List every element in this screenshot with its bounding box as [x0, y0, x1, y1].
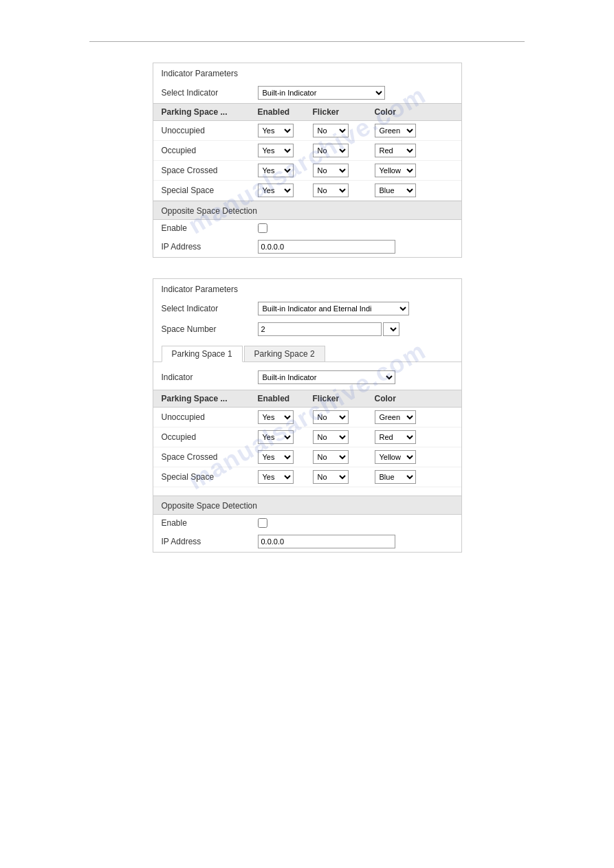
panel2-space-crossed-flicker-select[interactable]: NoYes — [313, 450, 349, 464]
panel2-row-special-space-flicker: NoYes — [313, 470, 375, 484]
panel2-enable-row: Enable — [153, 515, 461, 531]
panel1-row-unoccupied-enabled: YesNo — [258, 124, 313, 137]
panel2-occupied-color-select[interactable]: GreenRedYellowBlue — [375, 430, 416, 444]
panel2-select-indicator-row: Select Indicator Built-in Indicator Buil… — [153, 298, 461, 319]
panel2-ip-input[interactable] — [258, 535, 395, 548]
panel2-space-number-input[interactable] — [258, 322, 382, 336]
panel2-table-header: Parking Space ... Enabled Flicker Color — [153, 390, 461, 408]
panel2-unoccupied-flicker-select[interactable]: NoYes — [313, 410, 349, 424]
panel2-row-occupied-flicker: NoYes — [313, 430, 375, 444]
panel2-indicator-row: Indicator Built-in Indicator Built-in In… — [162, 368, 453, 387]
panel1-row-occupied-flicker: NoYes — [313, 144, 375, 157]
panel2-header-enabled: Enabled — [258, 394, 313, 403]
panel1-occupied-color-select[interactable]: GreenRedYellowBlue — [375, 144, 416, 157]
panel1-occupied-enabled-select[interactable]: YesNo — [258, 144, 294, 157]
panel2-row-space-crossed-color: GreenRedYellowBlue — [375, 450, 416, 464]
panel2-space-number-field — [258, 322, 453, 336]
panel1-row-occupied-color: GreenRedYellowBlue — [375, 144, 416, 157]
panel1-unoccupied-flicker-select[interactable]: NoYes — [313, 124, 349, 137]
panel1-title: Indicator Parameters — [153, 63, 461, 82]
panel1-ip-field — [258, 240, 453, 254]
panel2-row-unoccupied: Unoccupied YesNo NoYes GreenRedYellowBlu… — [153, 408, 461, 427]
panel1-row-special-space-flicker: NoYes — [313, 183, 375, 197]
panel1-special-space-enabled-select[interactable]: YesNo — [258, 183, 294, 197]
panel2-row-space-crossed-name: Space Crossed — [162, 452, 258, 462]
panel1-ip-row: IP Address — [153, 236, 461, 257]
panel2-indicator-label: Indicator — [162, 372, 258, 382]
panel2-row-unoccupied-name: Unoccupied — [162, 412, 258, 422]
page-container: manualsarchive.com Indicator Parameters … — [0, 41, 614, 868]
panel2-ip-label: IP Address — [162, 537, 258, 546]
panel2-special-space-color-select[interactable]: GreenRedYellowBlue — [375, 470, 416, 484]
panel2-row-occupied: Occupied YesNo NoYes GreenRedYellowBlue — [153, 427, 461, 447]
panel2-enable-checkbox[interactable] — [258, 518, 267, 528]
panel1-enable-field — [258, 223, 453, 233]
panel1-row-special-space-enabled: YesNo — [258, 183, 313, 197]
panel1-space-crossed-flicker-select[interactable]: NoYes — [313, 164, 349, 177]
panels-wrapper: manualsarchive.com Indicator Parameters … — [0, 42, 614, 573]
panel2-unoccupied-enabled-select[interactable]: YesNo — [258, 410, 294, 424]
panel1-row-unoccupied-name: Unoccupied — [162, 126, 258, 135]
panel1-space-crossed-enabled-select[interactable]: YesNo — [258, 164, 294, 177]
panel1-space-crossed-color-select[interactable]: GreenRedYellowBlue — [375, 164, 416, 177]
panel2-space-crossed-color-select[interactable]: GreenRedYellowBlue — [375, 450, 416, 464]
panel1-row-space-crossed-color: GreenRedYellowBlue — [375, 164, 416, 177]
panel2-select-indicator-select[interactable]: Built-in Indicator Built-in Indicator an… — [258, 302, 409, 315]
panel2-indicator-field: Built-in Indicator Built-in Indicator an… — [258, 370, 453, 384]
panel1-select-indicator-label: Select Indicator — [162, 88, 258, 98]
panel2-header-name: Parking Space ... — [162, 394, 258, 403]
panel1-row-space-crossed-flicker: NoYes — [313, 164, 375, 177]
panel2-space-number-row: Space Number — [153, 319, 461, 340]
panel2-occupied-enabled-select[interactable]: YesNo — [258, 430, 294, 444]
panel2-row-special-space-name: Special Space — [162, 472, 258, 482]
panel2-header-flicker: Flicker — [313, 394, 375, 403]
panel1-header-name: Parking Space ... — [162, 107, 258, 117]
panel1-enable-row: Enable — [153, 220, 461, 236]
panel1-row-occupied: Occupied YesNo NoYes GreenRedYellowBlue — [153, 141, 461, 161]
panel2-indicator-select[interactable]: Built-in Indicator Built-in Indicator an… — [258, 370, 395, 384]
panel1-enable-checkbox[interactable] — [258, 223, 267, 233]
panel1-unoccupied-color-select[interactable]: GreenRedYellowBlue — [375, 124, 416, 137]
panel2-row-occupied-color: GreenRedYellowBlue — [375, 430, 416, 444]
panel1-select-indicator-row: Select Indicator Built-in Indicator Buil… — [153, 82, 461, 103]
panel1-select-indicator-select[interactable]: Built-in Indicator Built-in Indicator an… — [258, 86, 385, 100]
panel2-row-space-crossed-flicker: NoYes — [313, 450, 375, 464]
panel2-tab-parking-space-2[interactable]: Parking Space 2 — [244, 346, 325, 361]
panel-2: manualsarchive.com Indicator Parameters … — [153, 278, 462, 553]
panel1-opposite-title: Opposite Space Detection — [153, 201, 461, 220]
panel1-unoccupied-enabled-select[interactable]: YesNo — [258, 124, 294, 137]
panel1-special-space-color-select[interactable]: GreenRedYellowBlue — [375, 183, 416, 197]
panel1-header-flicker: Flicker — [313, 107, 375, 117]
panel1-occupied-flicker-select[interactable]: NoYes — [313, 144, 349, 157]
panel2-enable-field — [258, 518, 453, 528]
panel2-row-special-space: Special Space YesNo NoYes GreenRedYellow… — [153, 467, 461, 487]
panel1-table-header: Parking Space ... Enabled Flicker Color — [153, 103, 461, 121]
panel1-ip-input[interactable] — [258, 240, 395, 254]
panel2-indicator-row-wrapper: Indicator Built-in Indicator Built-in In… — [153, 362, 461, 390]
panel2-row-special-space-enabled: YesNo — [258, 470, 313, 484]
panel2-unoccupied-color-select[interactable]: GreenRedYellowBlue — [375, 410, 416, 424]
panel2-opposite-title: Opposite Space Detection — [153, 496, 461, 515]
panel2-tab-parking-space-1[interactable]: Parking Space 1 — [162, 346, 243, 362]
panel2-occupied-flicker-select[interactable]: NoYes — [313, 430, 349, 444]
panel1-special-space-flicker-select[interactable]: NoYes — [313, 183, 349, 197]
panel2-row-occupied-enabled: YesNo — [258, 430, 313, 444]
panel2-row-space-crossed: Space Crossed YesNo NoYes GreenRedYellow… — [153, 447, 461, 467]
panel2-row-unoccupied-flicker: NoYes — [313, 410, 375, 424]
panel2-special-space-enabled-select[interactable]: YesNo — [258, 470, 294, 484]
panel1-row-special-space-name: Special Space — [162, 186, 258, 195]
panel2-special-space-flicker-select[interactable]: NoYes — [313, 470, 349, 484]
panel2-ip-field — [258, 535, 453, 548]
panel2-select-indicator-label: Select Indicator — [162, 304, 258, 313]
panel1-header-enabled: Enabled — [258, 107, 313, 117]
panel2-space-number-select[interactable] — [383, 322, 399, 336]
panel2-space-crossed-enabled-select[interactable]: YesNo — [258, 450, 294, 464]
panel1-row-unoccupied-color: GreenRedYellowBlue — [375, 124, 416, 137]
panel1-row-space-crossed-name: Space Crossed — [162, 166, 258, 175]
panel1-ip-label: IP Address — [162, 242, 258, 252]
panel2-space-number-label: Space Number — [162, 324, 258, 334]
panel2-select-indicator-field: Built-in Indicator Built-in Indicator an… — [258, 302, 453, 315]
panel2-title: Indicator Parameters — [153, 279, 461, 298]
panel2-spacer — [153, 487, 461, 496]
panel1-row-unoccupied-flicker: NoYes — [313, 124, 375, 137]
